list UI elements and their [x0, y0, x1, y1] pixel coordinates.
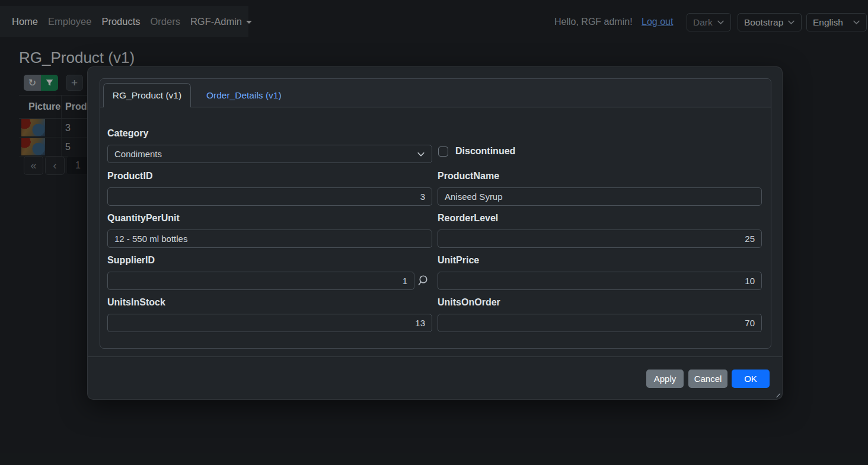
unit-price-field[interactable] — [438, 272, 762, 290]
units-on-order-field[interactable] — [438, 314, 762, 332]
category-select[interactable]: Condiments — [107, 145, 432, 163]
footer-divider — [88, 356, 782, 357]
supplier-lookup-button[interactable] — [418, 275, 430, 286]
search-icon — [418, 275, 430, 286]
product-name-field[interactable] — [438, 187, 762, 206]
tab-order-details[interactable]: Order_Details (v1) — [191, 83, 297, 107]
product-id-field[interactable] — [107, 187, 432, 206]
quantity-per-unit-label: QuantityPerUnit — [107, 213, 180, 224]
ok-button[interactable]: OK — [732, 370, 770, 388]
dialog-tab-card: RG_Product (v1) Order_Details (v1) — [100, 78, 771, 349]
units-in-stock-field[interactable] — [107, 314, 432, 332]
product-name-label: ProductName — [438, 171, 499, 181]
units-on-order-label: UnitsOnOrder — [438, 297, 500, 308]
chevron-down-icon — [417, 150, 425, 158]
cancel-button[interactable]: Cancel — [688, 370, 727, 388]
units-in-stock-label: UnitsInStock — [107, 297, 165, 308]
product-id-label: ProductID — [107, 171, 152, 181]
apply-button[interactable]: Apply — [646, 370, 684, 388]
supplier-id-field[interactable] — [107, 272, 414, 290]
category-select-value: Condiments — [114, 149, 162, 159]
supplier-id-label: SupplierID — [107, 255, 155, 266]
reorder-level-field[interactable] — [438, 230, 762, 248]
reorder-level-label: ReorderLevel — [438, 213, 498, 224]
discontinued-label: Discontinued — [455, 146, 515, 157]
discontinued-checkbox[interactable] — [438, 146, 448, 157]
tab-rg-product[interactable]: RG_Product (v1) — [103, 83, 191, 107]
unit-price-label: UnitPrice — [438, 255, 479, 266]
dialog-resize-handle[interactable] — [774, 391, 780, 397]
quantity-per-unit-field[interactable] — [107, 230, 432, 248]
category-label: Category — [107, 128, 148, 139]
edit-record-dialog: RG_Product (v1) Order_Details (v1) Categ… — [87, 66, 783, 400]
